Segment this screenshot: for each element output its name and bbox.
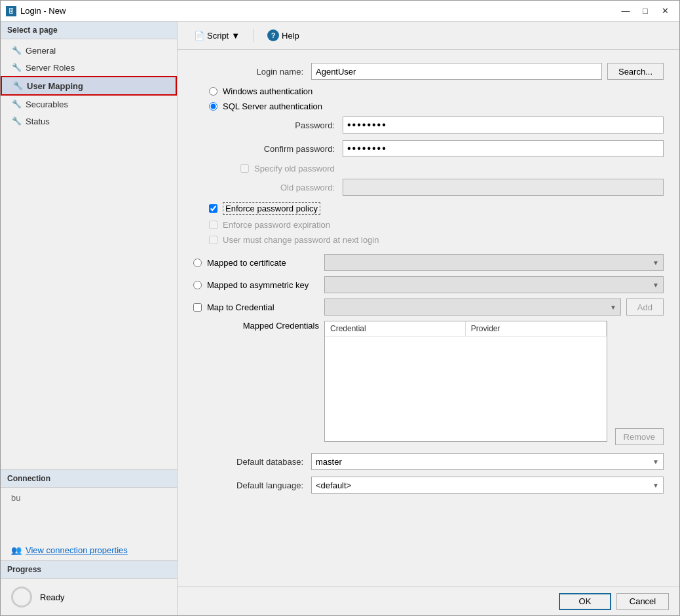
- credentials-table-header: Credential Provider: [325, 321, 607, 336]
- credentials-table: Credential Provider: [324, 321, 607, 442]
- sidebar-item-general-label: General: [26, 46, 56, 56]
- login-name-input[interactable]: [311, 63, 602, 80]
- remove-button[interactable]: Remove: [615, 428, 664, 445]
- footer: OK Cancel: [178, 587, 679, 615]
- mapped-credentials-row: Mapped Credentials Credential Provider R…: [193, 321, 664, 445]
- window-controls: — □ ✕: [616, 4, 674, 18]
- enforce-policy-label: Enforce password policy: [223, 202, 320, 215]
- map-to-credential-row: Map to Credential ▼ Add: [193, 299, 664, 316]
- content-area: Select a page 🔧 General 🔧 Server Roles 🔧…: [1, 22, 679, 615]
- map-to-credential-dropdown[interactable]: ▼: [324, 299, 621, 316]
- old-password-row: Old password:: [225, 179, 664, 196]
- mapped-certificate-label: Mapped to certificate: [207, 258, 286, 268]
- password-input[interactable]: [343, 117, 664, 134]
- confirm-password-row: Confirm password:: [225, 140, 664, 157]
- app-icon: 🗄: [6, 6, 16, 16]
- specify-old-password-row: Specify old password: [240, 164, 664, 173]
- login-name-row: Login name: Search...: [193, 63, 664, 80]
- form-area: Login name: Search... Windows authentica…: [178, 50, 679, 587]
- toolbar: 📄 Script ▼ ? Help: [178, 22, 679, 50]
- mapped-certificate-row: Mapped to certificate ▼: [193, 254, 664, 271]
- search-button[interactable]: Search...: [607, 63, 664, 80]
- mapped-credentials-label: Mapped Credentials: [193, 321, 324, 331]
- sidebar-item-user-mapping[interactable]: 🔧 User Mapping: [1, 76, 177, 96]
- old-password-input[interactable]: [343, 179, 664, 196]
- enforce-expiration-row: Enforce password expiration: [209, 220, 664, 230]
- status-icon: 🔧: [11, 116, 22, 126]
- progress-status: Ready: [40, 592, 65, 602]
- enforce-expiration-checkbox[interactable]: [209, 221, 217, 229]
- sidebar: Select a page 🔧 General 🔧 Server Roles 🔧…: [1, 22, 178, 615]
- mapped-asymmetric-label: Mapped to asymmetric key: [207, 280, 309, 290]
- connection-header: Connection: [1, 470, 177, 488]
- specify-old-password-checkbox[interactable]: [240, 164, 249, 173]
- default-database-row: Default database: master ▼: [193, 453, 664, 470]
- view-connection-link[interactable]: 👥 View connection properties: [1, 540, 177, 560]
- user-must-change-label: User must change password at next login: [223, 235, 379, 245]
- map-to-credential-arrow: ▼: [610, 304, 616, 311]
- enforce-policy-row: Enforce password policy: [209, 202, 664, 215]
- default-database-label: Default database:: [193, 457, 311, 467]
- default-language-value: <default>: [316, 480, 351, 490]
- map-to-credential-label: Map to Credential: [207, 302, 274, 312]
- mapped-asymmetric-arrow: ▼: [652, 281, 659, 289]
- login-name-label: Login name:: [193, 67, 311, 77]
- connection-name: bu: [11, 493, 20, 503]
- securables-icon: 🔧: [11, 99, 22, 109]
- sql-auth-label: SQL Server authentication: [223, 101, 322, 111]
- default-language-dropdown[interactable]: <default> ▼: [311, 477, 664, 494]
- windows-auth-label: Windows authentication: [223, 86, 312, 96]
- mapped-asymmetric-dropdown[interactable]: ▼: [324, 276, 664, 293]
- map-to-credential-checkbox[interactable]: [193, 303, 202, 312]
- mapped-certificate-arrow: ▼: [652, 259, 659, 266]
- sidebar-item-general[interactable]: 🔧 General: [1, 42, 177, 59]
- sidebar-item-server-roles-label: Server Roles: [26, 63, 75, 73]
- mapped-asymmetric-radio[interactable]: [193, 281, 202, 289]
- sql-auth-radio[interactable]: [209, 102, 217, 111]
- enforce-policy-checkbox[interactable]: [209, 204, 217, 213]
- server-roles-icon: 🔧: [11, 62, 22, 73]
- old-password-label: Old password:: [225, 183, 343, 192]
- progress-spinner: [11, 587, 32, 607]
- mapped-certificate-radio[interactable]: [193, 259, 202, 267]
- help-button[interactable]: ? Help: [262, 27, 305, 44]
- minimize-button[interactable]: —: [616, 4, 635, 18]
- maximize-button[interactable]: □: [636, 4, 654, 18]
- sidebar-item-status[interactable]: 🔧 Status: [1, 113, 177, 130]
- confirm-password-input[interactable]: [343, 140, 664, 157]
- help-icon: ?: [267, 29, 279, 41]
- windows-auth-row: Windows authentication: [209, 86, 664, 96]
- view-connection-label: View connection properties: [26, 545, 128, 555]
- progress-content: Ready: [1, 579, 177, 615]
- progress-section: Progress Ready: [1, 560, 177, 615]
- default-language-label: Default language:: [193, 480, 311, 490]
- specify-old-password-label: Specify old password: [254, 164, 335, 173]
- default-language-row: Default language: <default> ▼: [193, 477, 664, 494]
- connection-icon: 👥: [11, 545, 22, 555]
- windows-auth-radio[interactable]: [209, 87, 217, 96]
- script-icon: 📄: [194, 31, 204, 41]
- sidebar-nav: 🔧 General 🔧 Server Roles 🔧 User Mapping …: [1, 39, 177, 469]
- main-panel: 📄 Script ▼ ? Help Login name: Search...: [178, 22, 679, 615]
- ok-button[interactable]: OK: [559, 593, 611, 610]
- add-button[interactable]: Add: [626, 299, 664, 316]
- credentials-table-container: Credential Provider: [324, 321, 607, 442]
- password-row: Password:: [225, 117, 664, 134]
- progress-header: Progress: [1, 561, 177, 579]
- sql-auth-row: SQL Server authentication: [209, 101, 664, 111]
- toolbar-divider: [254, 29, 254, 42]
- script-button[interactable]: 📄 Script ▼: [188, 27, 246, 44]
- default-database-dropdown[interactable]: master ▼: [311, 453, 664, 470]
- help-label: Help: [282, 31, 299, 41]
- user-must-change-checkbox[interactable]: [209, 236, 217, 244]
- password-label: Password:: [225, 120, 343, 130]
- confirm-password-label: Confirm password:: [225, 144, 343, 154]
- sidebar-item-server-roles[interactable]: 🔧 Server Roles: [1, 59, 177, 76]
- sidebar-item-status-label: Status: [26, 117, 50, 126]
- close-button[interactable]: ✕: [656, 4, 674, 18]
- main-window: 🗄 Login - New — □ ✕ Select a page 🔧 Gene…: [0, 0, 680, 616]
- provider-col-header: Provider: [466, 321, 607, 336]
- sidebar-item-securables[interactable]: 🔧 Securables: [1, 96, 177, 113]
- mapped-certificate-dropdown[interactable]: ▼: [324, 254, 664, 271]
- cancel-button[interactable]: Cancel: [616, 593, 669, 610]
